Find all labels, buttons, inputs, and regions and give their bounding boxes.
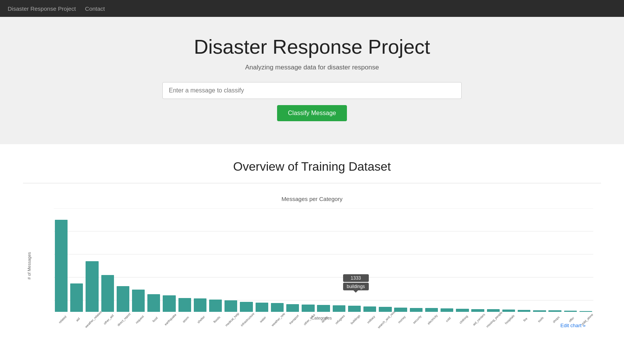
bar-x-label: storm [182, 316, 190, 324]
bar-group: electricity [424, 220, 439, 312]
bar [348, 306, 361, 312]
bar-group: child_alone [578, 220, 593, 312]
bar-group: money [393, 220, 408, 312]
page-subtitle: Analyzing message data for disaster resp… [8, 64, 616, 71]
bar-group: buildings [347, 220, 362, 312]
navbar: Disaster Response Project Contact [0, 0, 624, 17]
bar-group: aid [69, 220, 84, 312]
bar-x-label: cold [445, 316, 451, 323]
bar-x-label: request [135, 315, 144, 324]
bar [579, 311, 592, 312]
bar [286, 304, 299, 312]
bar [379, 307, 391, 312]
bar-group: security [409, 220, 424, 312]
bar-group: cold [439, 220, 454, 312]
bar [410, 308, 423, 312]
bar-group: search_and_resc [378, 220, 393, 312]
bar-group: shops [548, 220, 563, 312]
bar [471, 309, 484, 312]
edit-chart-link[interactable]: Edit chart » [31, 323, 593, 328]
bar [425, 308, 438, 312]
bar [518, 310, 530, 312]
bar [363, 306, 376, 312]
bar-group: tools [532, 220, 547, 312]
bar [209, 300, 222, 312]
bar [441, 308, 453, 312]
bar-group: fire [517, 220, 532, 312]
message-input[interactable] [162, 82, 462, 99]
bar [240, 302, 253, 312]
bar-x-label: death [321, 316, 329, 324]
bar [132, 290, 145, 312]
bar-x-label: related [58, 315, 67, 324]
bar-group: direct_report [116, 220, 130, 312]
chart-title: Messages per Category [31, 196, 593, 202]
bar-group: weather_rele [270, 220, 285, 312]
bar-x-label: money [398, 315, 406, 324]
bar-group: shelter [193, 220, 208, 312]
bar [456, 309, 469, 312]
bar [394, 308, 407, 312]
bar [147, 294, 160, 312]
bar-x-label: shops [552, 315, 560, 323]
bar-group: water [254, 220, 269, 312]
bar-group: floods [208, 220, 223, 312]
overview-title: Overview of Training Dataset [23, 160, 601, 174]
navbar-link-contact[interactable]: Contact [85, 5, 105, 12]
bar [101, 275, 114, 312]
bar-group: weather_related [84, 220, 99, 312]
bar-x-label: offer [568, 316, 575, 323]
bar-x-label: security [413, 315, 423, 324]
bar [502, 310, 515, 312]
bar-x-label: aid [75, 317, 81, 322]
bar-group: missing_people [486, 220, 501, 312]
bar-x-label: tools [537, 316, 544, 323]
bar-group: storm [177, 220, 192, 312]
bar [271, 303, 284, 312]
bar-x-label: clothing [459, 315, 469, 324]
bar-group: other_infra [300, 220, 315, 312]
bar [194, 298, 206, 312]
bar [548, 310, 561, 312]
bar-group: death [316, 220, 331, 312]
bar-x-label: water [259, 316, 267, 323]
bar-group: medical_help [223, 220, 238, 312]
bar-group: military [362, 220, 377, 312]
chart-wrapper: # of Messages 20k 15k 10k 5k 0 relatedai… [31, 208, 593, 323]
bar [178, 298, 191, 312]
bar [564, 311, 577, 312]
bar-group: transport [285, 220, 300, 312]
bar [86, 261, 98, 312]
bar [487, 309, 500, 312]
bar [317, 305, 330, 312]
bar-group: other_aid [100, 220, 115, 312]
bar [163, 295, 175, 312]
bar [117, 286, 129, 312]
bar [225, 300, 237, 312]
bar-group: hospitals [501, 220, 516, 312]
bar [256, 303, 268, 312]
bar [533, 310, 546, 312]
page-title: Disaster Response Project [8, 35, 616, 58]
hero-section: Disaster Response Project Analyzing mess… [0, 17, 624, 144]
navbar-brand[interactable]: Disaster Response Project [8, 5, 76, 12]
search-form: Classify Message [8, 82, 616, 121]
chart-container: Messages per Category # of Messages 20k … [23, 196, 601, 351]
bar-group: clothing [455, 220, 470, 312]
bar-x-label: floods [213, 315, 221, 323]
bar-group: request [131, 220, 146, 312]
bar [70, 283, 83, 312]
bar [302, 305, 314, 312]
bar-group: offer [563, 220, 578, 312]
bar-group: food [146, 220, 161, 312]
y-axis-label: # of Messages [27, 252, 31, 280]
bar-x-label: fire [523, 317, 528, 322]
bar-group: infrastructure [239, 220, 254, 312]
overview-section: Overview of Training Dataset Messages pe… [0, 144, 624, 359]
bar [55, 220, 68, 312]
bar-group: related [54, 220, 69, 312]
bars-area: relatedaidweather_relatedother_aiddirect… [54, 208, 593, 323]
classify-button[interactable]: Classify Message [277, 105, 347, 121]
bar-x-label: shelter [197, 315, 206, 324]
bar [333, 305, 345, 312]
